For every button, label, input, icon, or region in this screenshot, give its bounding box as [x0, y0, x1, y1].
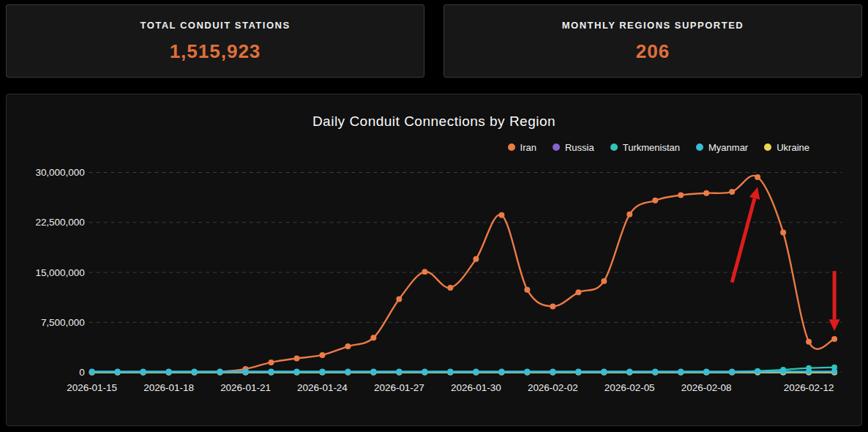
data-point-myanmar[interactable] [524, 368, 530, 374]
stat-card-monthly-regions: MONTHLY REGIONS SUPPORTED 206 [444, 4, 862, 78]
data-point-myanmar[interactable] [166, 368, 172, 374]
stat-value: 206 [444, 40, 861, 63]
data-point-myanmar[interactable] [345, 368, 351, 374]
legend-item-russia[interactable]: Russia [553, 142, 594, 153]
legend-item-iran[interactable]: Iran [508, 142, 536, 153]
legend-label: Iran [520, 142, 536, 153]
data-point-iran[interactable] [626, 212, 632, 217]
data-point-myanmar[interactable] [678, 368, 684, 374]
data-point-iran[interactable] [524, 287, 530, 293]
x-axis-tick-label: 2026-01-18 [143, 382, 194, 393]
stat-label: TOTAL CONDUIT STATIONS [7, 20, 424, 31]
x-axis-tick-label: 2026-01-30 [451, 382, 501, 393]
data-point-iran[interactable] [729, 189, 735, 195]
peak-arrow-icon [732, 198, 755, 283]
data-point-iran[interactable] [345, 343, 351, 349]
y-axis-tick-label: 0 [79, 367, 84, 378]
y-axis-tick-label: 15,000,000 [35, 267, 84, 278]
data-point-iran[interactable] [703, 190, 709, 196]
y-axis-tick-label: 22,500,000 [35, 217, 84, 228]
data-point-myanmar[interactable] [755, 368, 760, 374]
data-point-iran[interactable] [601, 278, 607, 284]
data-point-iran[interactable] [293, 355, 299, 361]
data-point-myanmar[interactable] [780, 368, 786, 374]
data-point-iran[interactable] [498, 212, 504, 218]
legend-label: Turkmenistan [623, 142, 680, 153]
data-point-iran[interactable] [473, 256, 479, 262]
data-point-iran[interactable] [831, 336, 837, 342]
x-axis-tick-label: 2026-02-08 [681, 382, 732, 393]
x-axis-tick-label: 2026-02-02 [528, 382, 578, 393]
stat-label: MONTHLY REGIONS SUPPORTED [444, 20, 861, 31]
data-point-myanmar[interactable] [396, 368, 402, 374]
x-axis-tick-label: 2026-01-21 [220, 382, 271, 393]
peak-arrow-head-icon [749, 187, 760, 200]
legend-item-myanmar[interactable]: Myanmar [696, 142, 748, 153]
x-axis-tick-label: 2026-02-12 [784, 382, 834, 393]
data-point-myanmar[interactable] [268, 368, 274, 374]
legend-label: Ukraine [777, 142, 809, 153]
data-point-myanmar[interactable] [601, 368, 607, 374]
data-point-myanmar[interactable] [422, 368, 427, 374]
legend-label: Myanmar [708, 142, 748, 153]
chart-title: Daily Conduit Connections by Region [16, 113, 852, 130]
data-point-iran[interactable] [268, 360, 274, 365]
legend-dot-icon [508, 144, 515, 151]
data-point-iran[interactable] [575, 289, 581, 295]
data-point-myanmar[interactable] [447, 368, 453, 374]
series-line-iran [92, 176, 834, 373]
stats-row: TOTAL CONDUIT STATIONS 1,515,923 MONTHLY… [0, 0, 868, 78]
data-point-myanmar[interactable] [831, 368, 837, 374]
data-point-iran[interactable] [319, 352, 325, 358]
data-point-iran[interactable] [447, 285, 453, 291]
data-point-myanmar[interactable] [89, 368, 95, 374]
data-point-iran[interactable] [396, 296, 402, 302]
y-axis-tick-label: 30,000,000 [35, 167, 84, 178]
data-point-iran[interactable] [370, 335, 376, 340]
legend-item-ukraine[interactable]: Ukraine [764, 142, 809, 153]
legend-dot-icon [764, 144, 771, 151]
data-point-myanmar[interactable] [729, 368, 735, 374]
chart-panel: Daily Conduit Connections by Region Iran… [6, 94, 862, 426]
data-point-iran[interactable] [678, 193, 684, 198]
data-point-iran[interactable] [806, 339, 812, 345]
x-axis-tick-label: 2026-01-15 [67, 382, 117, 393]
data-point-myanmar[interactable] [192, 368, 198, 374]
data-point-myanmar[interactable] [575, 368, 581, 374]
data-point-myanmar[interactable] [703, 368, 709, 374]
data-point-myanmar[interactable] [217, 368, 223, 374]
data-point-myanmar[interactable] [319, 368, 325, 374]
legend-dot-icon [610, 144, 618, 151]
data-point-iran[interactable] [550, 303, 555, 309]
stat-value: 1,515,923 [7, 40, 424, 63]
stat-card-total-stations: TOTAL CONDUIT STATIONS 1,515,923 [6, 4, 424, 78]
x-axis-tick-label: 2026-01-24 [297, 382, 348, 393]
data-point-myanmar[interactable] [652, 368, 658, 374]
data-point-myanmar[interactable] [141, 368, 146, 374]
data-point-iran[interactable] [755, 174, 760, 180]
data-point-iran[interactable] [652, 198, 658, 204]
legend-dot-icon [696, 144, 703, 151]
legend-label: Russia [565, 142, 594, 153]
data-point-myanmar[interactable] [293, 368, 299, 374]
data-point-myanmar[interactable] [370, 368, 376, 374]
connections-chart-svg[interactable]: 07,500,00015,000,00022,500,00030,000,000… [16, 159, 852, 398]
x-axis-tick-label: 2026-02-05 [605, 382, 655, 393]
data-point-myanmar[interactable] [115, 368, 121, 374]
data-point-myanmar[interactable] [626, 368, 632, 374]
data-point-myanmar[interactable] [243, 368, 249, 374]
legend-dot-icon [553, 144, 560, 151]
y-axis-tick-label: 7,500,000 [41, 317, 85, 328]
data-point-myanmar[interactable] [550, 368, 555, 374]
data-point-iran[interactable] [780, 229, 786, 235]
x-axis-tick-label: 2026-01-27 [374, 382, 424, 393]
data-point-myanmar[interactable] [473, 368, 479, 374]
legend-item-turkmenistan[interactable]: Turkmenistan [610, 142, 680, 153]
data-point-iran[interactable] [422, 269, 427, 275]
data-point-myanmar[interactable] [806, 368, 812, 374]
chart-legend: IranRussiaTurkmenistanMyanmarUkraine [16, 138, 852, 156]
drop-arrow-head-icon [829, 319, 840, 331]
data-point-myanmar[interactable] [498, 368, 504, 374]
